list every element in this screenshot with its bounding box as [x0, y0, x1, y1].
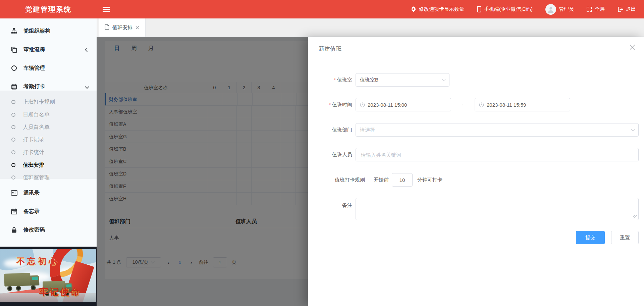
duty-staff-label: 值班人员	[308, 148, 352, 161]
sidebar-item-label: 备忘录	[23, 208, 40, 215]
file-icon	[105, 24, 109, 31]
reset-button[interactable]: 重置	[611, 231, 639, 244]
form-row-clockin-rule: 值班打卡规则 开始前 分钟可打卡	[308, 173, 644, 187]
sidebar-subitem-duty-schedule[interactable]: 值班安排	[0, 159, 97, 171]
sidebar-subitem-date-whitelist[interactable]: 日期白名单	[0, 109, 97, 120]
duty-room-select[interactable]: 值班室B	[356, 73, 449, 87]
duty-time-start-value: 2023-08-11 15:00	[368, 102, 447, 108]
rule-minutes-input[interactable]	[392, 173, 413, 187]
sidebar-subitem-label: 人员白名单	[23, 124, 50, 131]
sidebar-item-label: 考勤打卡	[23, 83, 45, 90]
tab-count-setting[interactable]: 修改选项卡显示数量	[411, 6, 464, 12]
sidebar-item-label: 党组织架构	[23, 28, 50, 35]
circle-icon	[11, 113, 15, 117]
duty-time-end-value: 2023-08-11 15:59	[487, 102, 566, 108]
duty-dept-select[interactable]: 请选择	[356, 123, 639, 137]
user-menu[interactable]: 管理员	[545, 4, 574, 15]
sidebar-item-label: 修改密码	[23, 226, 45, 234]
sidebar-subitem-clockin-rules[interactable]: 上班打卡规则	[0, 96, 97, 108]
duty-time-label: 值班时间	[308, 98, 352, 111]
fullscreen-button[interactable]: 全屏	[587, 6, 605, 12]
sidebar-item-memo[interactable]: 备忘录	[0, 205, 97, 218]
sidebar-subitem-label: 日期白名单	[23, 111, 50, 118]
duty-dept-label: 值班部门	[308, 123, 352, 137]
clock-icon	[360, 102, 365, 107]
chevron-down-icon	[442, 77, 445, 81]
logout-icon	[618, 7, 623, 12]
sidebar-subitem-person-whitelist[interactable]: 人员白名单	[0, 121, 97, 133]
sidebar-item-label: 通讯录	[23, 190, 40, 197]
duty-dept-placeholder: 请选择	[360, 127, 629, 133]
sidebar-subitem-duty-room-mgmt[interactable]: 值班室管理	[0, 172, 97, 183]
sidebar: 党组织架构 审批流程 车辆管理 考勤打卡 上班打卡规则 日期白名单 人员白名单 …	[0, 18, 97, 247]
topbar: 党建管理系统 修改选项卡显示数量 手机端(企业微信扫码) 管理员 全屏 退出	[0, 0, 644, 18]
contact-card-icon	[11, 190, 17, 196]
fullscreen-icon	[587, 7, 592, 12]
hamburger-menu-icon[interactable]	[103, 7, 110, 12]
circle-icon	[11, 175, 15, 180]
mobile-label: 手机端(企业微信扫码)	[484, 6, 533, 12]
app-title: 党建管理系统	[0, 5, 97, 14]
avatar	[545, 4, 556, 15]
circle-icon	[11, 65, 17, 71]
time-range-separator: -	[458, 98, 467, 111]
form-row-duty-dept: 值班部门 请选择	[308, 123, 644, 137]
chevron-down-icon	[85, 85, 89, 89]
rule-suffix: 分钟可打卡	[417, 173, 442, 187]
tab-label: 值班安排	[112, 24, 132, 31]
tab-duty-schedule[interactable]: 值班安排	[99, 18, 146, 37]
sidebar-subitem-clockin-records[interactable]: 打卡记录	[0, 134, 97, 145]
circle-icon	[11, 138, 15, 142]
submit-button[interactable]: 提交	[576, 231, 605, 244]
sidebar-item-approval-flow[interactable]: 审批流程	[0, 43, 97, 56]
form-row-duty-room: 值班室 值班室B	[308, 73, 644, 87]
drawer-title: 新建值班	[319, 45, 341, 53]
drawer-close-icon[interactable]	[630, 44, 635, 50]
copy-icon	[11, 47, 17, 53]
calendar-icon	[11, 208, 17, 214]
rule-prefix: 开始前	[374, 173, 389, 187]
duty-staff-input[interactable]	[356, 148, 639, 161]
tabs-bar: 值班安排	[97, 18, 644, 37]
sidebar-item-vehicle-mgmt[interactable]: 车辆管理	[0, 61, 97, 75]
new-duty-drawer: 新建值班 值班室 值班室B 值班时间 2023-08-11 15:00 - 20…	[308, 37, 644, 306]
form-row-duty-time: 值班时间 2023-08-11 15:00 - 2023-08-11 15:59	[308, 98, 644, 111]
logout-label: 退出	[626, 6, 636, 12]
propaganda-poster-image: 不忘初心 牢记使命	[0, 249, 96, 302]
circle-icon	[11, 125, 15, 129]
truck-illustration	[4, 272, 42, 291]
gear-icon	[411, 6, 416, 12]
sidebar-item-label: 车辆管理	[23, 65, 45, 72]
mobile-client[interactable]: 手机端(企业微信扫码)	[477, 6, 533, 12]
user-label: 管理员	[559, 6, 574, 12]
circle-icon	[11, 100, 15, 104]
calendar-icon	[11, 84, 17, 90]
remark-textarea[interactable]	[356, 198, 639, 220]
remark-label: 备注	[308, 199, 352, 212]
duty-room-label: 值班室	[308, 73, 352, 87]
sidebar-subitem-label: 打卡统计	[23, 149, 44, 156]
logout-button[interactable]: 退出	[618, 6, 636, 12]
sidebar-subitem-label: 打卡记录	[23, 136, 44, 143]
phone-icon	[477, 6, 481, 12]
poster-slogan-top: 不忘初心	[16, 256, 59, 267]
sidebar-item-label: 审批流程	[23, 46, 45, 53]
clockin-rule-label: 值班打卡规则	[308, 173, 365, 187]
lock-icon	[11, 227, 17, 233]
duty-room-value: 值班室B	[360, 77, 440, 83]
sidebar-subitem-label: 值班室管理	[23, 174, 50, 181]
sidebar-subitem-clockin-stats[interactable]: 打卡统计	[0, 147, 97, 158]
sidebar-item-change-password[interactable]: 修改密码	[0, 223, 97, 237]
tab-close-icon[interactable]	[136, 26, 139, 30]
clock-icon	[479, 102, 484, 107]
poster-slogan-bottom: 牢记使命	[39, 286, 81, 298]
sidebar-item-contacts[interactable]: 通讯录	[0, 186, 97, 200]
tab-count-label: 修改选项卡显示数量	[419, 6, 464, 12]
chevron-left-icon	[85, 48, 89, 52]
sidebar-item-party-org[interactable]: 党组织架构	[0, 24, 97, 38]
sidebar-item-attendance[interactable]: 考勤打卡	[0, 80, 97, 93]
form-row-duty-staff: 值班人员	[308, 148, 644, 161]
circle-icon	[11, 163, 15, 167]
duty-time-end-input[interactable]: 2023-08-11 15:59	[475, 98, 570, 111]
duty-time-start-input[interactable]: 2023-08-11 15:00	[356, 98, 451, 111]
